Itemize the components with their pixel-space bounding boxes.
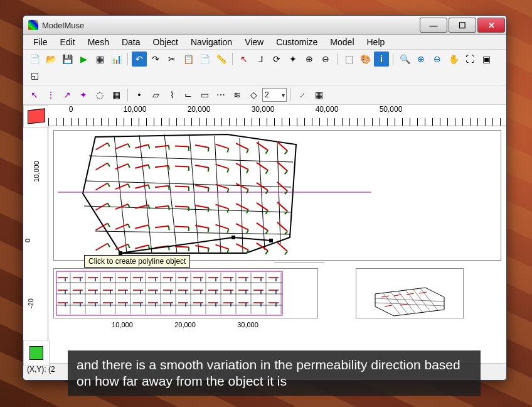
path-icon[interactable]: ⌇	[164, 87, 179, 102]
side-3d-panel[interactable]	[356, 268, 464, 318]
svg-line-61	[169, 186, 169, 190]
view-top-cube[interactable]	[23, 105, 50, 128]
polyline-tool-icon[interactable]: ↗	[60, 87, 75, 102]
svg-line-31	[265, 150, 268, 153]
ruler-y-label: 0	[24, 239, 31, 242]
svg-line-51	[265, 170, 268, 173]
pan-icon[interactable]: ✋	[446, 52, 461, 67]
svg-line-24	[195, 145, 209, 148]
view-3d-cube[interactable]	[23, 340, 50, 366]
svg-line-33	[285, 151, 287, 154]
rotate-icon[interactable]: ⟳	[269, 52, 284, 67]
copy-icon[interactable]: 📋	[181, 52, 196, 67]
hatch-icon[interactable]: ≋	[230, 87, 245, 102]
select-poly-icon[interactable]: ✦	[76, 87, 91, 102]
save-icon[interactable]: 💾	[60, 52, 75, 67]
svg-line-54	[95, 183, 107, 190]
layer-combo[interactable]: 2	[262, 88, 287, 102]
ruler-x-label: 0	[69, 105, 73, 114]
plan-view-panel[interactable]	[53, 130, 501, 261]
menu-view[interactable]: View	[238, 36, 270, 48]
menu-navigation[interactable]: Navigation	[184, 36, 238, 48]
svg-marker-246	[375, 288, 444, 316]
menu-help[interactable]: Help	[361, 36, 391, 48]
mini-ruler-label: 30,000	[237, 321, 258, 328]
polyline-icon[interactable]: ᒧ	[253, 52, 268, 67]
svg-line-86	[216, 205, 229, 209]
menu-model[interactable]: Model	[324, 36, 360, 48]
stats-icon[interactable]: 📊	[109, 52, 124, 67]
zoom-out-icon[interactable]: ⊖	[430, 52, 445, 67]
point-tool-icon[interactable]: ⋮	[43, 87, 58, 102]
zoom-extents-icon[interactable]: ⛶	[462, 52, 477, 67]
grid-tool-icon[interactable]: ▦	[109, 87, 124, 102]
svg-line-65	[208, 188, 209, 192]
svg-line-131	[265, 251, 268, 254]
square-icon[interactable]: ▱	[148, 87, 163, 102]
zoom-region-icon[interactable]: ◱	[27, 68, 42, 83]
svg-line-60	[155, 186, 169, 187]
redo-icon[interactable]: ↷	[148, 52, 163, 67]
svg-line-16	[115, 144, 128, 149]
svg-line-117	[128, 244, 129, 248]
zoom-icon[interactable]: 🔍	[397, 52, 412, 67]
mini-ruler-x: 10,000 20,000 30,000	[53, 321, 317, 336]
svg-line-91	[265, 210, 268, 214]
menu-data[interactable]: Data	[115, 36, 147, 48]
menu-object[interactable]: Object	[147, 36, 184, 48]
svg-line-107	[227, 229, 228, 232]
close-button[interactable]: ✕	[477, 18, 505, 33]
plan-mesh-svg	[54, 131, 501, 260]
splitter-horizontal[interactable]	[274, 262, 324, 263]
svg-line-44	[195, 165, 209, 168]
dots-icon[interactable]: ⋯	[213, 87, 228, 102]
snap-icon[interactable]: ⌙	[181, 87, 196, 102]
rect-icon[interactable]: ▭	[197, 87, 212, 102]
svg-line-133	[285, 251, 287, 254]
open-file-icon[interactable]: 📂	[43, 52, 58, 67]
cut-icon[interactable]: ✂	[164, 52, 179, 67]
color-fill-icon[interactable]: 🎨	[358, 52, 373, 67]
pointer-icon[interactable]: ↖	[237, 52, 252, 67]
menu-file[interactable]: File	[27, 36, 54, 48]
svg-line-37	[128, 164, 129, 168]
info-icon[interactable]: i	[374, 52, 389, 67]
titlebar[interactable]: ModelMuse — ☐ ✕	[23, 16, 506, 35]
svg-line-25	[208, 148, 209, 151]
lasso-icon[interactable]: ◌	[92, 87, 107, 102]
select-tool-icon[interactable]: ↖	[27, 87, 42, 102]
svg-line-104	[195, 225, 209, 228]
menu-edit[interactable]: Edit	[54, 36, 82, 48]
svg-line-106	[216, 225, 229, 229]
paste-icon[interactable]: 📄	[197, 52, 212, 67]
pattern-icon[interactable]: ▦	[311, 87, 326, 102]
zoom-window-icon[interactable]: ▣	[479, 52, 494, 67]
svg-line-35	[108, 163, 110, 167]
svg-line-114	[95, 244, 107, 251]
front-view-panel[interactable]	[53, 268, 318, 318]
new-file-icon[interactable]: 📄	[27, 52, 42, 67]
minimize-button[interactable]: —	[420, 18, 447, 33]
menu-mesh[interactable]: Mesh	[82, 36, 115, 48]
grid-icon[interactable]: ▦	[92, 52, 107, 67]
svg-line-49	[247, 170, 248, 173]
select-icon[interactable]: ⬚	[341, 52, 356, 67]
svg-line-85	[208, 208, 209, 212]
zoom-in-icon[interactable]: ⊕	[413, 52, 428, 67]
vertex-icon[interactable]: ✦	[285, 52, 301, 67]
angle-icon[interactable]: ⟋	[295, 87, 310, 102]
insert-icon[interactable]: ⊕	[302, 52, 317, 67]
delete-icon[interactable]: ⊖	[318, 52, 333, 67]
svg-line-46	[216, 165, 229, 169]
svg-line-30	[257, 143, 268, 150]
undo-icon[interactable]: ↶	[132, 52, 147, 67]
play-icon[interactable]: ▶	[76, 52, 91, 67]
svg-line-75	[108, 204, 110, 207]
maximize-button[interactable]: ☐	[449, 18, 476, 33]
diamond-icon[interactable]: ◇	[246, 87, 261, 102]
ruler-icon[interactable]: 📏	[213, 52, 228, 67]
svg-line-82	[175, 207, 189, 207]
svg-line-6	[139, 135, 152, 253]
menu-customize[interactable]: Customize	[270, 36, 324, 48]
dot-icon[interactable]: •	[132, 87, 147, 102]
